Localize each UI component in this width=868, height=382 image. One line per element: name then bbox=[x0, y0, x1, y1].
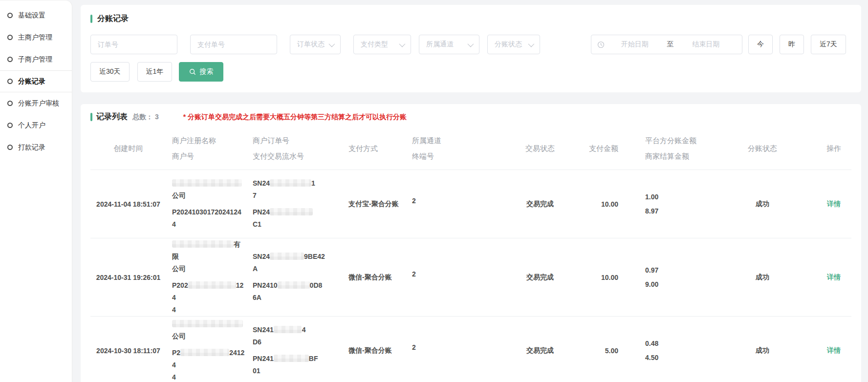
end-date-field[interactable]: 结束日期 bbox=[676, 40, 737, 49]
cell-txn-status: 交易完成 bbox=[494, 317, 586, 382]
last-year-label: 近1年 bbox=[146, 67, 164, 76]
records-panel: 记录列表 总数： 3 * 分账订单交易完成之后需要大概五分钟等第三方结算之后才可… bbox=[81, 104, 861, 382]
sidebar-item-personal-account[interactable]: 个人开户 bbox=[0, 114, 72, 136]
start-date-field[interactable]: 开始日期 bbox=[605, 40, 665, 49]
col-channel: 所属通道 终端号 bbox=[408, 128, 494, 170]
cell-txn-status: 交易完成 bbox=[494, 238, 586, 316]
filter-row-2: 近30天 近1年 搜索 bbox=[90, 62, 851, 82]
cell-created: 2024-10-30 18:11:07 bbox=[90, 317, 166, 382]
channel-select[interactable]: 所属通道 bbox=[419, 35, 479, 54]
range-separator: 至 bbox=[665, 40, 676, 49]
order-no-line2: D6 bbox=[253, 336, 306, 348]
cell-split-status: 成功 bbox=[728, 170, 797, 238]
order-no-input[interactable] bbox=[90, 35, 177, 54]
circle-icon bbox=[7, 123, 13, 128]
order-no-prefix: SN241 bbox=[253, 326, 274, 334]
last30days-button[interactable]: 近30天 bbox=[90, 62, 130, 82]
filter-row-1: 订单状态 支付类型 所属通道 分账状态 bbox=[90, 35, 851, 54]
pay-type-select[interactable]: 支付类型 bbox=[353, 35, 411, 54]
cell-pay-method: 支付宝-聚合分账 bbox=[345, 170, 408, 238]
cell-terminal: 2 bbox=[408, 238, 494, 316]
search-panel-title: 分账记录 bbox=[90, 14, 851, 24]
merchant-no: P20241030172024124 bbox=[172, 208, 241, 216]
yesterday-button[interactable]: 昨 bbox=[780, 35, 804, 54]
sidebar-item-label: 基础设置 bbox=[18, 11, 45, 20]
col-terminal: 终端号 bbox=[412, 152, 434, 161]
order-status-select[interactable]: 订单状态 bbox=[290, 35, 341, 54]
detail-link[interactable]: 详情 bbox=[827, 346, 841, 355]
order-no-prefix: SN24 bbox=[253, 179, 270, 187]
cell-merchant: 公司 P224124 4 bbox=[166, 317, 247, 382]
txn-no-line2: 6A bbox=[253, 292, 322, 304]
col-merchant-name: 商户注册名称 bbox=[172, 136, 216, 146]
redacted-text bbox=[270, 179, 311, 187]
split-status-placeholder: 分账状态 bbox=[495, 40, 522, 49]
total-count: 总数： 3 bbox=[132, 113, 159, 122]
cell-split-status: 成功 bbox=[728, 317, 797, 382]
cell-split-amounts: 0.97 9.00 bbox=[621, 238, 728, 316]
detail-link[interactable]: 详情 bbox=[827, 273, 841, 282]
merchant-name-line2: 公司 bbox=[172, 263, 247, 275]
col-amount: 支付金额 bbox=[586, 128, 621, 170]
order-no-prefix: SN24 bbox=[253, 253, 270, 260]
order-no-suffix: 4 bbox=[302, 326, 306, 334]
merchant-no-line2: 4 bbox=[172, 304, 247, 316]
redacted-text bbox=[172, 320, 243, 327]
sidebar-item-basic-settings[interactable]: 基础设置 bbox=[0, 4, 72, 26]
search-button[interactable]: 搜索 bbox=[179, 62, 223, 82]
detail-link[interactable]: 详情 bbox=[827, 200, 841, 209]
col-channel-name: 所属通道 bbox=[412, 136, 441, 146]
redacted-text bbox=[188, 281, 236, 289]
chevron-down-icon bbox=[468, 41, 474, 47]
table-row: 2024-10-31 19:26:01 有限 公司 P202124 4 SN24… bbox=[90, 238, 851, 317]
records-panel-title: 记录列表 总数： 3 * 分账订单交易完成之后需要大概五分钟等第三方结算之后才可… bbox=[90, 112, 851, 122]
col-created: 创建时间 bbox=[90, 128, 166, 170]
last30days-label: 近30天 bbox=[99, 67, 121, 76]
pay-no-input[interactable] bbox=[190, 35, 277, 54]
settle-amount: 9.00 bbox=[645, 280, 658, 288]
sidebar-item-label: 分账开户审核 bbox=[18, 99, 59, 108]
page-title: 分账记录 bbox=[97, 14, 129, 24]
circle-icon bbox=[7, 101, 13, 106]
sidebar-item-label: 个人开户 bbox=[18, 121, 45, 130]
txn-no-prefix: PN24 bbox=[253, 208, 270, 216]
sidebar-item-label: 打款记录 bbox=[18, 143, 45, 152]
sidebar-item-sub-merchant[interactable]: 子商户管理 bbox=[0, 48, 72, 70]
cell-split-amounts: 1.00 8.97 bbox=[621, 170, 728, 238]
cell-order: SN241 7 PN24 C1 bbox=[247, 170, 345, 238]
cell-action: 详情 bbox=[797, 238, 851, 316]
chevron-down-icon bbox=[399, 41, 406, 47]
circle-icon bbox=[7, 145, 13, 150]
cell-pay-method: 微信-聚合分账 bbox=[345, 317, 408, 382]
search-panel: 分账记录 订单状态 支付类型 所属通道 分账状态 bbox=[81, 5, 861, 92]
txn-no-suffix: BF bbox=[309, 355, 318, 362]
redacted-text bbox=[172, 179, 242, 187]
col-action: 操作 bbox=[797, 128, 851, 170]
merchant-no: P202 bbox=[172, 281, 188, 289]
split-status-select[interactable]: 分账状态 bbox=[487, 35, 540, 54]
sidebar-item-label: 子商户管理 bbox=[18, 55, 52, 64]
cell-amount: 10.00 bbox=[586, 238, 621, 316]
platform-amount: 0.48 bbox=[645, 340, 658, 347]
sidebar-item-split-records[interactable]: 分账记录 bbox=[0, 70, 72, 92]
cell-pay-method: 微信-聚合分账 bbox=[345, 238, 408, 316]
last7days-button[interactable]: 近7天 bbox=[811, 35, 846, 54]
terminal-no: 2 bbox=[412, 270, 416, 278]
table-row: 2024-11-04 18:51:07 公司 P2024103017202412… bbox=[90, 170, 851, 238]
circle-icon bbox=[7, 79, 13, 84]
sidebar-item-payment-records[interactable]: 打款记录 bbox=[0, 136, 72, 158]
today-label: 今 bbox=[757, 40, 764, 49]
sidebar-item-split-account-review[interactable]: 分账开户审核 bbox=[0, 92, 72, 114]
cell-action: 详情 bbox=[797, 317, 851, 382]
sidebar-item-main-merchant[interactable]: 主商户管理 bbox=[0, 26, 72, 48]
platform-amount: 1.00 bbox=[645, 193, 658, 201]
col-txn-status: 交易状态 bbox=[494, 128, 586, 170]
clock-icon bbox=[597, 41, 605, 48]
merchant-name-line2: 公司 bbox=[172, 330, 243, 342]
col-pay-method: 支付方式 bbox=[345, 128, 408, 170]
today-button[interactable]: 今 bbox=[748, 35, 773, 54]
col-merchant-no: 商户号 bbox=[172, 152, 194, 161]
date-range-picker[interactable]: 开始日期 至 结束日期 bbox=[591, 35, 742, 54]
last-year-button[interactable]: 近1年 bbox=[137, 62, 173, 82]
merchant-name-line2: 公司 bbox=[172, 190, 242, 202]
